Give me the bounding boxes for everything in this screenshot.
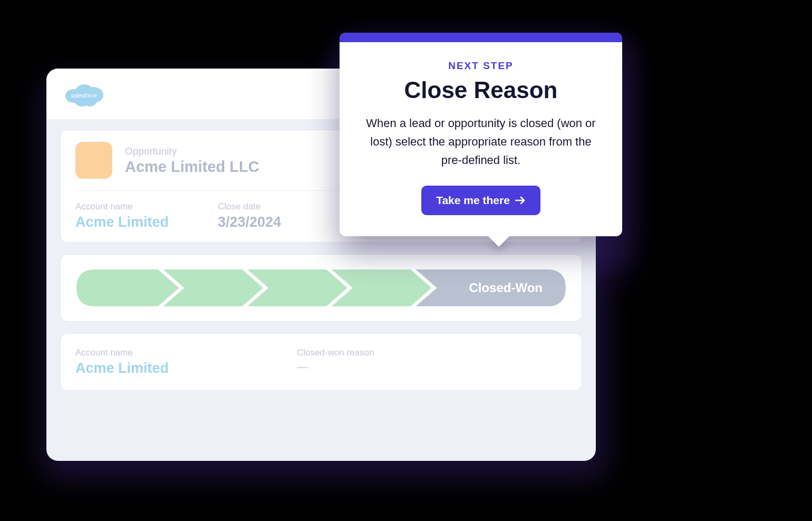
account-name-link[interactable]: Acme Limited <box>75 360 170 377</box>
cta-label: Take me there <box>436 194 510 207</box>
account-name-field: Account name Acme Limited <box>75 348 170 377</box>
field-label: Closed-won reason <box>297 348 392 358</box>
close-date-field: Close date 3/23/2024 <box>218 201 313 230</box>
opportunity-icon <box>75 142 112 179</box>
arrow-right-icon <box>515 196 526 205</box>
callout-description: When a lead or opportunity is closed (wo… <box>361 114 601 170</box>
stage-item[interactable] <box>169 269 261 306</box>
stage-path-panel: Closed-Won <box>60 254 582 322</box>
stage-path: Closed-Won <box>76 269 566 306</box>
callout-pointer-icon <box>487 235 510 247</box>
callout-eyebrow: NEXT STEP <box>361 60 601 72</box>
take-me-there-button[interactable]: Take me there <box>421 186 540 215</box>
detail-panel: Account name Acme Limited Closed-won rea… <box>60 333 582 391</box>
field-label: Account name <box>75 348 170 358</box>
salesforce-logo-icon: salesforce <box>61 78 107 110</box>
stage-item[interactable] <box>76 269 169 306</box>
stage-label: Closed-Won <box>446 269 566 306</box>
next-step-callout: NEXT STEP Close Reason When a lead or op… <box>340 33 622 236</box>
close-date-value: 3/23/2024 <box>218 214 313 230</box>
closed-won-reason-field: Closed-won reason — <box>297 348 392 377</box>
closed-won-reason-value[interactable]: — <box>297 360 392 374</box>
callout-title: Close Reason <box>361 77 601 103</box>
stage-item[interactable] <box>353 269 446 306</box>
field-label: Account name <box>75 201 170 212</box>
svg-text:salesforce: salesforce <box>71 92 97 99</box>
stage-item-closed-won[interactable]: Closed-Won <box>446 269 566 306</box>
stage-item[interactable] <box>261 269 353 306</box>
callout-accent-bar <box>340 33 622 42</box>
account-name-field: Account name Acme Limited <box>75 201 170 230</box>
account-name-link[interactable]: Acme Limited <box>75 214 170 230</box>
field-label: Close date <box>218 201 313 212</box>
